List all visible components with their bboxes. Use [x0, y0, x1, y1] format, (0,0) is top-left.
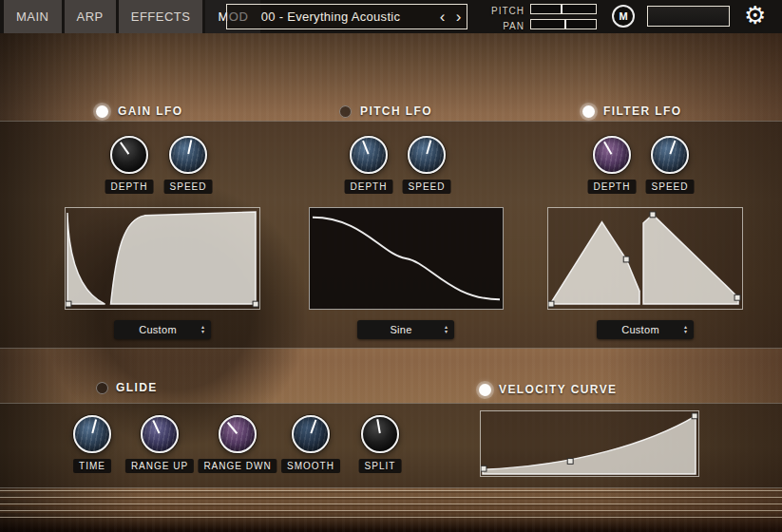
filter-lfo-speed-label: SPEED	[646, 180, 695, 194]
filter-lfo-title: FILTER LFO	[603, 104, 681, 118]
preset-prev-button[interactable]: ‹	[434, 5, 450, 28]
curve-handle[interactable]	[692, 413, 697, 419]
pitch-lfo-speed-label: SPEED	[403, 180, 451, 194]
waveform-path	[483, 416, 696, 474]
gain-lfo-waveform	[66, 208, 259, 309]
glide-split-label: SPLIT	[359, 459, 402, 473]
pitch-lfo-depth-label: DEPTH	[345, 180, 393, 194]
curve-handle[interactable]	[548, 301, 554, 307]
curve-handle[interactable]	[481, 466, 486, 471]
pitch-lfo-waveform-editor[interactable]	[309, 207, 504, 310]
gain-lfo-toggle[interactable]	[96, 105, 108, 118]
gain-lfo-speed-label: SPEED	[164, 180, 213, 194]
waveform-path	[643, 215, 738, 304]
pan-label: PAN	[473, 21, 525, 31]
filter-lfo-wave-value: Custom	[597, 324, 684, 335]
waveform-path	[111, 212, 257, 304]
glide-smooth-label: SMOOTH	[281, 459, 340, 473]
gain-lfo-depth-knob[interactable]	[110, 136, 148, 174]
glide-split-knob[interactable]	[361, 415, 399, 453]
pitch-lfo-wave-select[interactable]: Sine ▴ ▾	[357, 320, 454, 339]
select-arrows-icon[interactable]: ▴ ▾	[201, 325, 211, 334]
pitch-label: PITCH	[473, 6, 525, 16]
glide-range-down-knob[interactable]	[219, 415, 257, 453]
velocity-curve-editor[interactable]	[480, 410, 699, 477]
settings-gear-icon[interactable]: ⚙	[744, 1, 766, 30]
glide-time-knob[interactable]	[73, 415, 111, 453]
velocity-curve-title: VELOCITY CURVE	[499, 383, 618, 396]
mute-button[interactable]: M	[612, 5, 635, 28]
filter-lfo-speed-knob[interactable]	[651, 136, 689, 174]
curve-handle[interactable]	[623, 256, 629, 262]
velocity-curve-toggle[interactable]	[479, 384, 491, 396]
select-arrows-icon[interactable]: ▴ ▾	[445, 325, 454, 334]
filter-lfo-toggle[interactable]	[582, 105, 595, 118]
glide-toggle[interactable]	[96, 382, 108, 394]
pan-slider-handle[interactable]	[564, 20, 566, 28]
pitch-slider-handle[interactable]	[561, 5, 563, 13]
preset-next-button[interactable]: ›	[450, 5, 467, 28]
gain-lfo-depth-label: DEPTH	[105, 180, 154, 194]
curve-handle[interactable]	[66, 301, 71, 307]
pitch-slider[interactable]	[530, 4, 597, 14]
pan-slider[interactable]	[530, 19, 597, 29]
glide-title: GLIDE	[116, 381, 158, 394]
waveform-path	[313, 218, 500, 299]
tab-effects[interactable]: EFFECTS	[119, 0, 203, 33]
curve-handle[interactable]	[567, 459, 573, 465]
filter-lfo-depth-label: DEPTH	[588, 180, 637, 194]
gain-lfo-wave-select[interactable]: Custom ▴ ▾	[114, 320, 211, 339]
curve-handle[interactable]	[650, 212, 656, 218]
pitch-lfo-waveform	[310, 208, 503, 309]
preset-name: 00 - Everything Acoustic	[227, 10, 434, 24]
filter-lfo-waveform	[548, 208, 742, 309]
velocity-curve	[481, 411, 698, 476]
gain-lfo-wave-value: Custom	[114, 324, 201, 335]
curve-handle[interactable]	[253, 301, 258, 307]
gain-lfo-title: GAIN LFO	[118, 104, 183, 118]
preset-selector[interactable]: 00 - Everything Acoustic ‹ ›	[226, 4, 467, 29]
pitch-lfo-title: PITCH LFO	[360, 104, 432, 118]
filter-lfo-waveform-editor[interactable]	[547, 207, 743, 310]
glide-range-up-knob[interactable]	[141, 415, 179, 453]
pitch-lfo-depth-knob[interactable]	[350, 136, 388, 174]
spinner-down-icon[interactable]: ▾	[445, 330, 448, 334]
pitch-lfo-wave-value: Sine	[357, 324, 445, 335]
select-arrows-icon[interactable]: ▴ ▾	[684, 325, 694, 334]
glide-time-label: TIME	[73, 459, 111, 473]
gain-lfo-waveform-editor[interactable]	[65, 207, 260, 310]
glide-range-up-label: RANGE UP	[125, 459, 194, 473]
nav-tabs: MAIN ARP EFFECTS MOD	[4, 0, 260, 33]
glide-range-down-label: RANGE DWN	[198, 459, 277, 473]
waveform-path	[550, 222, 639, 304]
tab-main[interactable]: MAIN	[4, 0, 62, 33]
gain-lfo-speed-knob[interactable]	[169, 136, 207, 174]
guitar-strings	[0, 486, 782, 518]
waveform-path	[67, 213, 105, 304]
level-meter	[647, 6, 730, 27]
filter-lfo-depth-knob[interactable]	[593, 136, 631, 174]
spinner-down-icon[interactable]: ▾	[201, 330, 204, 334]
filter-lfo-wave-select[interactable]: Custom ▴ ▾	[597, 320, 694, 339]
spinner-down-icon[interactable]: ▾	[684, 330, 687, 334]
tab-arp[interactable]: ARP	[65, 0, 116, 33]
pitch-lfo-toggle[interactable]	[339, 105, 352, 118]
top-toolbar: MAIN ARP EFFECTS MOD 00 - Everything Aco…	[0, 0, 782, 33]
pitch-lfo-speed-knob[interactable]	[408, 136, 446, 174]
glide-smooth-knob[interactable]	[292, 415, 330, 453]
curve-handle[interactable]	[734, 294, 740, 300]
plugin-window: MAIN ARP EFFECTS MOD 00 - Everything Aco…	[0, 0, 782, 532]
